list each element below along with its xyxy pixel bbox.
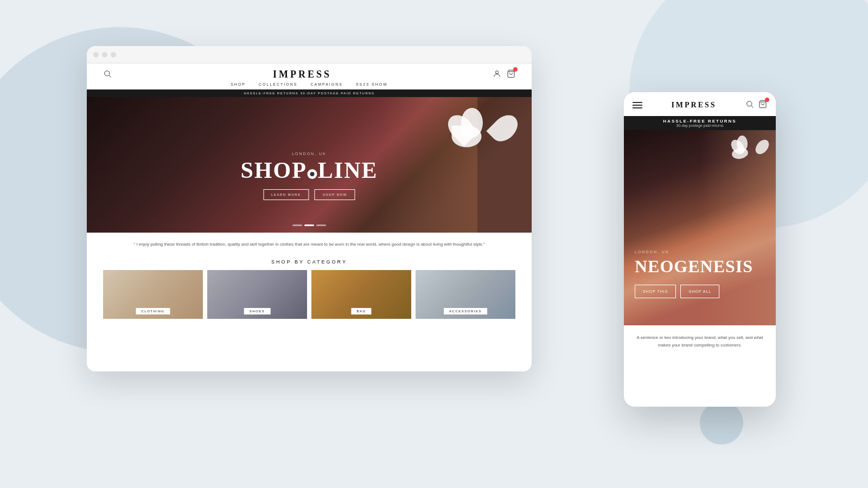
search-icon[interactable] <box>103 69 112 80</box>
mobile-hero-flower <box>732 136 770 174</box>
browser-dot-red <box>93 52 99 57</box>
mobile-mockup: IMPRESS HASSLE-FREE RETURNS 30-day posta… <box>624 92 776 407</box>
cart-wrapper[interactable] <box>507 69 515 80</box>
hero-subtitle: LONDON, UK <box>240 152 378 156</box>
learn-more-button[interactable]: LEARN MORE <box>263 189 309 200</box>
hero-dot-2 <box>304 224 314 226</box>
mobile-header-icons <box>745 100 767 111</box>
desktop-category: SHOP BY CATEGORY CLOTHING SHOES BAG ACCE… <box>87 257 532 324</box>
mobile-shop-all-button[interactable]: SHOP ALL <box>680 285 719 298</box>
hero-title-shop: SHOP <box>240 158 307 183</box>
browser-bar <box>87 46 532 63</box>
nav-shop[interactable]: SHOP <box>231 82 246 86</box>
mobile-announcement-bar: HASSLE-FREE RETURNS 30-day postage paid … <box>624 116 776 130</box>
quote-text: " I enjoy pulling these threads of Briti… <box>130 241 488 248</box>
bg-circle-bottom-right <box>700 401 743 445</box>
hamburger-menu-icon[interactable] <box>633 102 642 108</box>
svg-line-5 <box>751 106 754 108</box>
nav-collections[interactable]: COLLECTIONS <box>259 82 297 86</box>
category-accessories[interactable]: ACCESSORIES <box>416 270 515 319</box>
mobile-brand-description: A sentence or two introducing your brand… <box>633 334 767 349</box>
category-bag[interactable]: BAG <box>311 270 411 319</box>
browser-dot-green <box>111 52 116 57</box>
hero-title: SHOPLINE <box>240 159 378 182</box>
svg-point-4 <box>747 101 752 106</box>
mobile-hero-buttons: SHOP THIS SHOP ALL <box>635 285 765 298</box>
mobile-cart-badge <box>765 98 769 102</box>
mobile-announcement-subtitle: 30-day postage paid returns <box>624 124 776 127</box>
mobile-hero-content: LONDON, UK NEOGENESIS SHOP THIS SHOP ALL <box>635 250 765 298</box>
hero-dot-3 <box>316 224 326 226</box>
svg-point-0 <box>105 70 110 75</box>
mobile-hero-subtitle: LONDON, UK <box>635 250 765 254</box>
hero-flower <box>450 108 515 173</box>
mobile-search-icon[interactable] <box>745 100 754 111</box>
nav-campaigns[interactable]: CAMPAIGNS <box>310 82 343 86</box>
nav-ss23[interactable]: SS23 SHOW <box>356 82 388 86</box>
hero-tag-icon <box>308 169 317 179</box>
desktop-logo[interactable]: IMPRESS <box>273 69 331 80</box>
user-icon[interactable] <box>493 69 501 80</box>
desktop-header-top: IMPRESS <box>103 69 515 80</box>
mobile-hero: LONDON, UK NEOGENESIS SHOP THIS SHOP ALL <box>624 130 776 325</box>
category-clothing[interactable]: CLOTHING <box>103 270 203 319</box>
browser-dot-yellow <box>102 52 107 57</box>
category-grid: CLOTHING SHOES BAG ACCESSORIES <box>103 270 515 319</box>
hero-content: LONDON, UK SHOPLINE LEARN MORE SHOP NOW <box>240 152 378 200</box>
shop-now-button[interactable]: SHOP NOW <box>315 189 355 200</box>
svg-line-1 <box>109 75 111 78</box>
category-shoes[interactable]: SHOES <box>207 270 307 319</box>
accessories-label: ACCESSORIES <box>444 308 487 314</box>
desktop-announcement-bar: HASSLE-FREE RETURNS 30-day postage paid … <box>87 89 532 97</box>
bag-label: BAG <box>351 308 371 314</box>
desktop-nav: SHOP COLLECTIONS CAMPAIGNS SS23 SHOW <box>231 82 388 86</box>
hero-dot-1 <box>292 224 302 226</box>
mobile-announcement-title: HASSLE-FREE RETURNS <box>624 119 776 124</box>
cart-badge <box>513 67 518 72</box>
hero-dots <box>292 224 326 226</box>
mobile-logo[interactable]: IMPRESS <box>671 101 716 110</box>
desktop-hero: LONDON, UK SHOPLINE LEARN MORE SHOP NOW <box>87 97 532 233</box>
desktop-site: IMPRESS SHOP COLLECTIONS CAMPAIGNS SS <box>87 63 532 371</box>
svg-point-2 <box>495 70 498 73</box>
hero-title-line: LINE <box>318 158 378 183</box>
shoes-label: SHOES <box>244 308 271 314</box>
mobile-shop-this-button[interactable]: SHOP THIS <box>635 285 676 298</box>
mobile-hero-title: NEOGENESIS <box>635 257 765 276</box>
hero-buttons: LEARN MORE SHOP NOW <box>240 189 378 200</box>
mobile-cart-wrapper[interactable] <box>758 100 767 111</box>
clothing-label: CLOTHING <box>136 308 170 314</box>
category-title: SHOP BY CATEGORY <box>103 259 515 265</box>
desktop-announcement-text: HASSLE-FREE RETURNS 30-day postage paid … <box>244 92 374 95</box>
desktop-quote: " I enjoy pulling these threads of Briti… <box>87 233 532 257</box>
mobile-header: IMPRESS <box>624 92 776 116</box>
desktop-mockup: IMPRESS SHOP COLLECTIONS CAMPAIGNS SS <box>87 46 532 371</box>
desktop-header-icons <box>493 69 515 80</box>
mobile-body-text: A sentence or two introducing your brand… <box>624 325 776 357</box>
desktop-header: IMPRESS SHOP COLLECTIONS CAMPAIGNS SS <box>87 63 532 89</box>
